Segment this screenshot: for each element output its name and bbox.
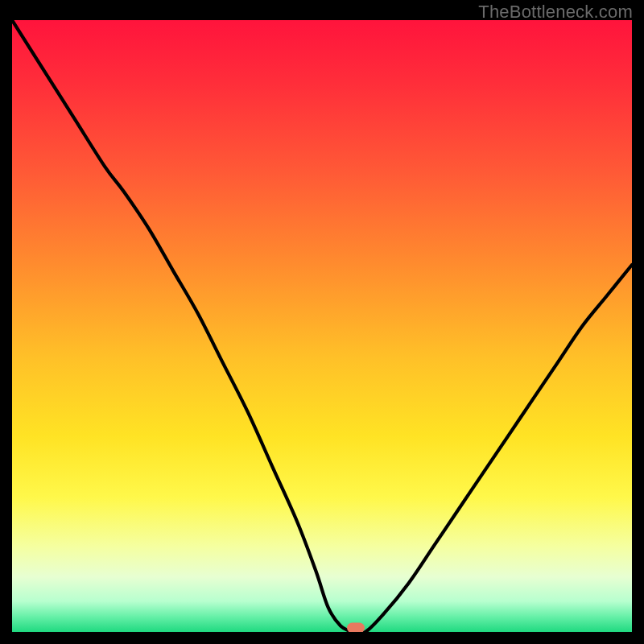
bottleneck-curve (12, 20, 632, 632)
chart-stage: TheBottleneck.com (0, 0, 644, 644)
plot-area (12, 20, 632, 632)
